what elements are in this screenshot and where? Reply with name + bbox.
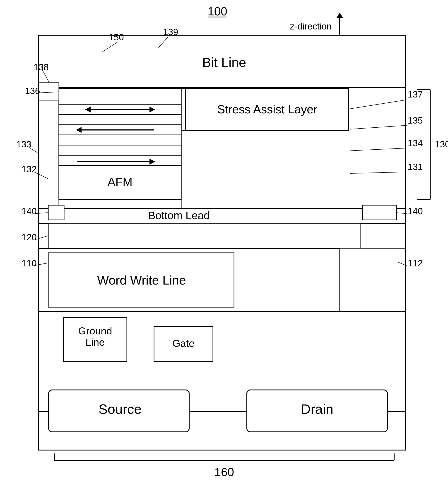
- label-160: 160: [215, 465, 234, 479]
- svg-rect-26: [39, 209, 405, 223]
- label-120: 120: [22, 232, 37, 242]
- label-137: 137: [408, 89, 423, 99]
- label-136: 136: [25, 86, 40, 96]
- stress-assist-layer-label: Stress Assist Layer: [217, 103, 317, 116]
- label-131: 131: [408, 162, 423, 172]
- label-138: 138: [33, 62, 49, 72]
- word-write-line-label: Word Write Line: [97, 273, 186, 287]
- svg-rect-32: [340, 248, 405, 312]
- z-direction-label: z-direction: [290, 21, 332, 31]
- ground-line-label-1: Ground: [78, 325, 112, 337]
- drain-label: Drain: [301, 402, 333, 417]
- label-110: 110: [22, 258, 37, 268]
- label-139: 139: [163, 27, 178, 37]
- afm-label: AFM: [108, 175, 133, 188]
- label-150: 150: [109, 32, 124, 42]
- label-134: 134: [408, 138, 423, 148]
- label-135: 135: [408, 116, 423, 125]
- diagram: 100 z-direction Bit Line Stress Assist L…: [0, 0, 448, 487]
- ground-line-label-2: Line: [85, 337, 105, 348]
- label-140a: 140: [22, 206, 37, 216]
- svg-rect-29: [48, 223, 361, 248]
- gate-label: Gate: [172, 338, 195, 349]
- svg-rect-27: [48, 205, 64, 220]
- source-label: Source: [98, 402, 142, 417]
- label-130: 130: [435, 139, 448, 149]
- svg-rect-28: [362, 205, 396, 220]
- label-132: 132: [22, 164, 37, 174]
- label-140b: 140: [408, 206, 423, 216]
- bottom-lead-label: Bottom Lead: [148, 209, 210, 222]
- label-112: 112: [408, 258, 423, 268]
- bit-line-label: Bit Line: [202, 55, 246, 70]
- title-100: 100: [208, 5, 227, 18]
